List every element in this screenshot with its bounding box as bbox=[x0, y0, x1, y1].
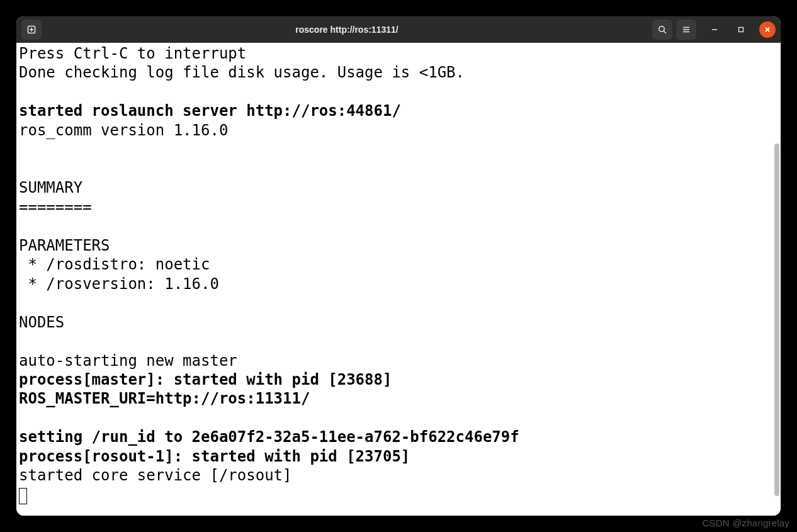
terminal-line bbox=[19, 217, 778, 235]
close-button[interactable] bbox=[759, 21, 776, 38]
maximize-button[interactable] bbox=[733, 21, 749, 38]
terminal-line: setting /run_id to 2e6a07f2-32a5-11ee-a7… bbox=[19, 427, 778, 446]
window-title: roscore http://ros:11311/ bbox=[42, 25, 652, 35]
terminal-line bbox=[19, 332, 778, 351]
search-button[interactable] bbox=[652, 20, 672, 40]
terminal-line bbox=[19, 409, 778, 427]
terminal-line: * /rosversion: 1.16.0 bbox=[19, 274, 778, 293]
scrollbar[interactable] bbox=[773, 43, 781, 516]
terminal-cursor bbox=[19, 488, 27, 504]
terminal-line: SUMMARY bbox=[19, 178, 778, 197]
terminal-line bbox=[19, 159, 778, 178]
terminal-window: roscore http://ros:11311/ bbox=[16, 16, 781, 516]
hamburger-menu-button[interactable] bbox=[676, 20, 696, 40]
svg-point-3 bbox=[659, 26, 664, 31]
terminal-line: started core service [/rosout] bbox=[19, 466, 778, 485]
scrollbar-thumb[interactable] bbox=[774, 144, 779, 496]
svg-line-4 bbox=[664, 31, 666, 33]
terminal-line: process[master]: started with pid [23688… bbox=[19, 370, 778, 389]
terminal-line: started roslaunch server http://ros:4486… bbox=[19, 101, 778, 120]
terminal-line: process[rosout-1]: started with pid [237… bbox=[19, 447, 778, 466]
terminal-line bbox=[19, 140, 778, 159]
new-tab-button[interactable] bbox=[21, 20, 42, 40]
terminal-line: PARAMETERS bbox=[19, 236, 778, 255]
watermark: CSDN @zhangrelay bbox=[703, 518, 789, 528]
terminal-line: * /rosdistro: noetic bbox=[19, 255, 778, 274]
titlebar: roscore http://ros:11311/ bbox=[16, 16, 781, 43]
terminal-line: ROS_MASTER_URI=http://ros:11311/ bbox=[19, 389, 778, 408]
terminal-line: Press Ctrl-C to interrupt bbox=[19, 44, 778, 63]
terminal-line: ros_comm version 1.16.0 bbox=[19, 121, 778, 140]
terminal-line bbox=[19, 82, 778, 101]
terminal-line: NODES bbox=[19, 313, 778, 332]
terminal-line: auto-starting new master bbox=[19, 351, 778, 370]
terminal-output[interactable]: Press Ctrl-C to interruptDone checking l… bbox=[16, 43, 781, 516]
svg-rect-9 bbox=[739, 28, 743, 32]
minimize-button[interactable] bbox=[706, 21, 723, 38]
terminal-line: ======== bbox=[19, 198, 778, 217]
terminal-line bbox=[19, 293, 778, 312]
terminal-line: Done checking log file disk usage. Usage… bbox=[19, 63, 778, 82]
